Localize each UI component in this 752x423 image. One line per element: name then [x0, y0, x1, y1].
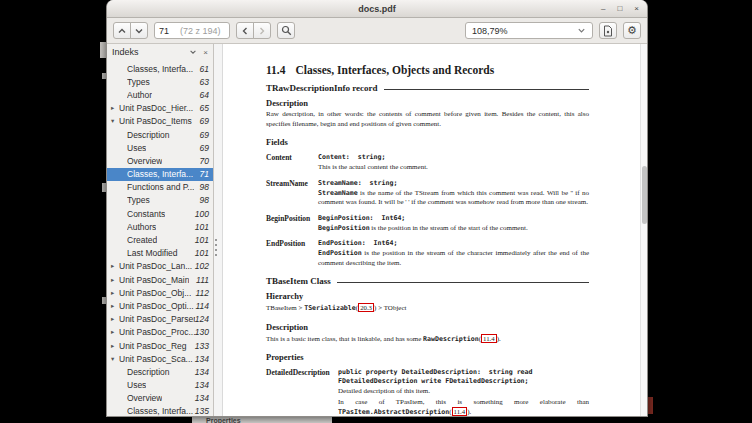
heading-rule [384, 89, 589, 90]
index-entry-page: 69 [200, 130, 213, 140]
index-entry-label: Authors [127, 222, 156, 232]
index-entry[interactable]: Author 64 [107, 88, 213, 101]
index-entry-page: 101 [195, 222, 213, 232]
expander-icon[interactable]: ▸ [111, 328, 119, 336]
history-forward-button[interactable] [253, 22, 271, 39]
previous-page-button[interactable] [113, 22, 131, 39]
minimize-button[interactable]: – [601, 5, 605, 13]
index-entry[interactable]: ▸ Unit PasDoc_Proc... 130 [107, 326, 213, 339]
index-entry[interactable]: Classes, Interfa... 71 [107, 168, 213, 181]
class-heading: TBaseItem Class [266, 276, 589, 286]
index-sidebar: Indeks × Classes, Interfa... 61 [107, 44, 214, 416]
section-link[interactable]: 11.4 [452, 407, 468, 416]
index-entry-page: 65 [200, 103, 213, 113]
pdf-page-content: 11.4Classes, Interfaces, Objects and Rec… [266, 64, 589, 416]
index-entry-label: Classes, Interfa... [127, 64, 193, 74]
titlebar[interactable]: docs.pdf – □ × [107, 0, 647, 18]
gear-icon: ⚙ [627, 25, 637, 36]
index-entry[interactable]: ▸ Unit PasDoc_Hier... 65 [107, 102, 213, 115]
expander-icon[interactable]: ▸ [111, 262, 119, 270]
index-entry[interactable]: Description 134 [107, 365, 213, 378]
expander-icon[interactable]: ▸ [111, 276, 119, 284]
class-description-heading: Description [266, 322, 589, 332]
index-entry-label: Created [127, 235, 157, 245]
menu-button[interactable]: ⚙ [623, 22, 641, 39]
maximize-button[interactable]: □ [617, 5, 622, 13]
annotate-button[interactable] [599, 22, 617, 39]
zoom-level-value: 108,79% [472, 26, 508, 36]
index-list: Classes, Interfa... 61 Types 63 Author [107, 60, 213, 416]
expander-icon[interactable]: ▸ [111, 315, 119, 323]
index-entry[interactable]: ▸ Unit PasDoc_Opti... 114 [107, 299, 213, 312]
field-row: Content Content: string; This is the act… [266, 153, 589, 173]
chevron-down-icon [134, 26, 144, 36]
scrollbar-thumb[interactable] [642, 166, 647, 224]
expander-icon[interactable]: ▸ [111, 289, 119, 297]
index-entry[interactable]: Types 98 [107, 194, 213, 207]
index-entry-label: Classes, Interfa... [127, 406, 193, 416]
index-entry[interactable]: ▾ Unit PasDoc_Items 69 [107, 115, 213, 128]
annotation-document-icon [603, 25, 613, 37]
expander-icon[interactable]: ▸ [111, 104, 119, 112]
window-controls: – □ × [601, 0, 639, 17]
index-entry[interactable]: ▸ Unit PasDoc_Main 111 [107, 273, 213, 286]
index-entry[interactable]: Uses 134 [107, 379, 213, 392]
index-entry[interactable]: Constants 100 [107, 207, 213, 220]
field-row: EndPosition EndPosition: Int64; EndPosit… [266, 239, 589, 268]
index-entry[interactable]: Last Modified 101 [107, 247, 213, 260]
page-number-input[interactable]: 71 (72 z 194) [154, 22, 230, 39]
index-entry[interactable]: Functions and P... 98 [107, 181, 213, 194]
index-entry[interactable]: ▾ Unit PasDoc_Sca... 134 [107, 352, 213, 365]
index-entry-label: Unit PasDoc_Parser [119, 314, 195, 324]
section-link[interactable]: 20.3 [358, 303, 374, 312]
index-entry-label: Types [127, 195, 150, 205]
expander-icon[interactable]: ▾ [111, 355, 119, 363]
window-title: docs.pdf [358, 4, 396, 14]
background-window-text-sliver: Properties [192, 417, 332, 423]
history-back-button[interactable] [236, 22, 254, 39]
index-entry[interactable]: Uses 69 [107, 141, 213, 154]
section-link[interactable]: 11.4 [481, 334, 497, 343]
index-entry-label: Unit PasDoc_Proc... [119, 327, 195, 337]
index-entry-label: Unit PasDoc_Hier... [119, 103, 193, 113]
index-entry-page: 134 [195, 354, 213, 364]
index-entry-label: Last Modified [127, 248, 178, 258]
index-entry-label: Types [127, 77, 150, 87]
index-entry-label: Author [127, 90, 152, 100]
index-entry[interactable]: Description 69 [107, 128, 213, 141]
index-entry-label: Unit PasDoc_Reg [119, 341, 187, 351]
close-button[interactable]: × [634, 5, 639, 13]
expander-icon[interactable]: ▸ [111, 302, 119, 310]
index-entry-page: 101 [195, 235, 213, 245]
index-entry[interactable]: ▸ Unit PasDoc_Obj... 112 [107, 286, 213, 299]
search-button[interactable] [277, 22, 295, 39]
index-entry[interactable]: Classes, Interfa... 61 [107, 62, 213, 75]
expander-icon[interactable]: ▾ [111, 117, 119, 125]
sidebar-mode-label[interactable]: Indeks [112, 47, 139, 57]
pane-splitter-handle[interactable] [215, 239, 217, 257]
property-signature: public property DetailedDescription: str… [338, 368, 589, 385]
index-entry[interactable]: ▸ Unit PasDoc_Parser 124 [107, 313, 213, 326]
zoom-level-select[interactable]: 108,79% [465, 22, 593, 39]
index-entry[interactable]: ▸ Unit PasDoc_Lan... 102 [107, 260, 213, 273]
sidebar-close-icon[interactable]: × [203, 48, 208, 57]
next-page-button[interactable] [130, 22, 148, 39]
index-entry[interactable]: Overview 70 [107, 154, 213, 167]
chevron-left-icon [240, 26, 250, 36]
index-entry-label: Overview [127, 156, 162, 166]
document-scrollbar[interactable] [640, 44, 647, 416]
index-entry-label: Unit PasDoc_Sca... [119, 354, 193, 364]
index-entry[interactable]: Authors 101 [107, 220, 213, 233]
index-entry[interactable]: ▸ Unit PasDoc_Reg 133 [107, 339, 213, 352]
chevron-down-icon[interactable] [189, 48, 197, 56]
index-entry-page: 134 [195, 380, 213, 390]
index-entry[interactable]: Types 63 [107, 75, 213, 88]
index-entry[interactable]: Classes, Interfa... 135 [107, 405, 213, 416]
expander-icon[interactable]: ▸ [111, 342, 119, 350]
index-entry[interactable]: Overview 134 [107, 392, 213, 405]
properties-heading: Properties [266, 352, 589, 362]
index-entry[interactable]: Created 101 [107, 233, 213, 246]
index-entry-label: Unit PasDoc_Main [119, 275, 189, 285]
property-note: In case of TPasItem, this is something m… [338, 398, 589, 417]
chevron-down-icon [577, 26, 586, 35]
